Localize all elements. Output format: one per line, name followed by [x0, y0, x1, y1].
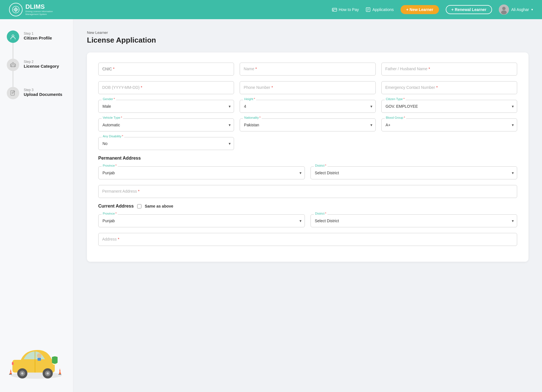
height-select-wrapper: 4 — [240, 100, 375, 113]
height-select[interactable]: 4 — [240, 100, 375, 113]
gender-select[interactable]: Male — [98, 100, 234, 113]
applications-icon — [366, 7, 371, 12]
perm-district-label: District* — [314, 164, 327, 167]
svg-rect-25 — [12, 362, 14, 365]
curr-district-select[interactable]: Select District — [311, 214, 517, 227]
step-1-title: Citizen Profile — [24, 36, 52, 40]
dob-input[interactable] — [98, 81, 234, 94]
logo[interactable]: DLIMS Driving Licence Information Manage… — [9, 3, 59, 16]
step-2-icon — [7, 59, 19, 71]
curr-province-field-group: Province* Punjab — [98, 214, 305, 227]
perm-address-row-2: Permanent Address * — [98, 185, 517, 198]
step-2-item[interactable]: Step 2 License Category — [7, 59, 66, 87]
same-as-above-label: Same as above — [145, 204, 173, 208]
father-name-input[interactable] — [381, 63, 517, 76]
address-field-group: Address * — [98, 233, 517, 246]
sidebar: Step 1 Citizen Profile — [0, 19, 73, 392]
step-1-text: Step 1 Citizen Profile — [24, 30, 52, 40]
perm-province-select-wrapper: Punjab — [98, 166, 305, 179]
citizen-type-label: Citizen Type* — [385, 97, 406, 101]
svg-point-12 — [11, 66, 12, 67]
step-2-title: License Category — [24, 64, 59, 69]
height-label: Height* — [243, 97, 256, 101]
blood-group-select[interactable]: A+ — [381, 118, 517, 131]
same-as-above-checkbox[interactable] — [137, 204, 141, 208]
svg-point-9 — [501, 10, 507, 14]
form-row-4: Vehicle Type* Automatic Nationality* — [98, 118, 517, 131]
nationality-select[interactable]: Pakistan — [240, 118, 375, 131]
perm-district-field-group: District* Select District — [311, 166, 517, 179]
logo-icon — [9, 3, 23, 16]
nationality-label: Nationality* — [243, 116, 262, 119]
car-illustration — [7, 340, 66, 380]
dob-field-group: DOB (YYYY-MM-DD) * — [98, 81, 234, 94]
address-input[interactable] — [98, 233, 517, 246]
form-row-2: DOB (YYYY-MM-DD) * Phone Number * Emerge… — [98, 81, 517, 94]
permanent-address-section-title: Permanent Address — [98, 156, 517, 161]
curr-district-select-wrapper: Select District — [311, 214, 517, 227]
user-menu[interactable]: Ali Asghar ▾ — [499, 5, 533, 15]
breadcrumb: New Learner — [87, 30, 528, 35]
car-illustration-area — [7, 329, 66, 381]
svg-rect-5 — [333, 10, 334, 11]
renewal-learner-button[interactable]: + Renewal Learner — [446, 5, 492, 14]
current-address-title: Current Address — [98, 204, 134, 209]
step-3-icon — [7, 87, 19, 99]
cnic-input[interactable] — [98, 63, 234, 76]
curr-district-label: District* — [314, 212, 327, 215]
applications-link[interactable]: Applications — [366, 7, 394, 12]
main-layout: Step 1 Citizen Profile — [0, 19, 542, 392]
vehicle-type-label: Vehicle Type* — [102, 116, 123, 119]
perm-district-select[interactable]: Select District — [311, 166, 517, 179]
new-learner-button[interactable]: + New Learner — [401, 5, 439, 14]
disability-select[interactable]: No — [98, 137, 234, 150]
perm-address-input[interactable] — [98, 185, 517, 198]
vehicle-type-select-wrapper: Automatic — [98, 118, 234, 131]
step-3-item[interactable]: Step 3 Upload Documents — [7, 87, 66, 99]
how-to-pay-link[interactable]: How to Pay — [332, 7, 359, 12]
name-input[interactable] — [240, 63, 375, 76]
curr-province-select-wrapper: Punjab — [98, 214, 305, 227]
vehicle-type-select[interactable]: Automatic — [98, 118, 234, 131]
form-row-5: Any Disability* No — [98, 137, 517, 150]
user-dropdown-icon: ▾ — [531, 8, 533, 12]
step-1-item[interactable]: Step 1 Citizen Profile — [7, 30, 66, 59]
logo-subtitle: Driving Licence Information Management S… — [25, 10, 59, 16]
svg-point-8 — [502, 7, 506, 10]
curr-province-label: Province* — [102, 212, 118, 215]
step-3-title: Upload Documents — [24, 92, 62, 97]
current-address-header: Current Address Same as above — [98, 204, 517, 209]
gender-field-group: Gender* Male — [98, 100, 234, 113]
emergency-contact-input[interactable] — [381, 81, 517, 94]
vehicle-type-field-group: Vehicle Type* Automatic — [98, 118, 234, 131]
svg-point-20 — [21, 372, 23, 375]
step-3-text: Step 3 Upload Documents — [24, 87, 62, 97]
step-3-label: Step 3 — [24, 88, 62, 92]
steps-container: Step 1 Citizen Profile — [7, 30, 66, 99]
father-name-field-group: Father / Husband Name * — [381, 63, 517, 76]
form-row-3: Gender* Male Height* 4 — [98, 100, 517, 113]
main-header: DLIMS Driving Licence Information Manage… — [0, 0, 542, 19]
perm-province-select[interactable]: Punjab — [98, 166, 305, 179]
svg-point-23 — [47, 372, 49, 375]
phone-input[interactable] — [240, 81, 375, 94]
pay-icon — [332, 7, 337, 12]
perm-district-select-wrapper: Select District — [311, 166, 517, 179]
curr-province-select[interactable]: Punjab — [98, 214, 305, 227]
step-1-label: Step 1 — [24, 32, 52, 36]
logo-title: DLIMS — [25, 3, 59, 10]
disability-select-wrapper: No — [98, 137, 234, 150]
gender-label: Gender* — [102, 97, 116, 101]
gender-select-wrapper: Male — [98, 100, 234, 113]
user-avatar — [499, 5, 509, 15]
curr-district-field-group: District* Select District — [311, 214, 517, 227]
page-title: License Application — [87, 36, 528, 45]
perm-address-row-1: Province* Punjab District* Select Dis — [98, 166, 517, 179]
perm-province-field-group: Province* Punjab — [98, 166, 305, 179]
form-card: CNIC * Name * Father / Husband Name * DO… — [87, 52, 528, 262]
perm-address-field-group: Permanent Address * — [98, 185, 517, 198]
citizen-type-select[interactable]: GOV. EMPLOYEE — [381, 100, 517, 113]
perm-province-label: Province* — [102, 164, 118, 167]
svg-marker-29 — [10, 369, 12, 374]
svg-marker-26 — [59, 368, 61, 374]
